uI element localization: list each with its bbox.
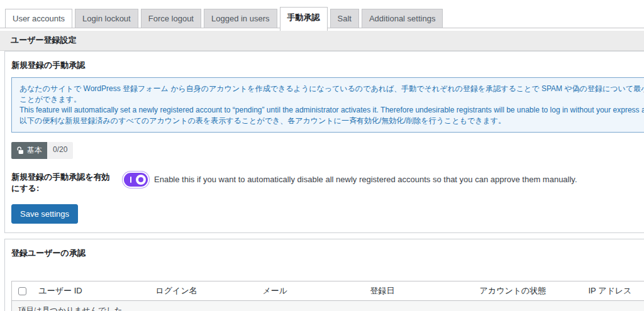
tab-salt[interactable]: Salt [330,9,359,28]
tab-user-accounts[interactable]: User accounts [5,9,72,28]
col-ip-address: IP アドレス [582,281,644,301]
empty-message: 項目は見つかりませんでした。 [12,301,644,311]
registered-users-panel: 登録ユーザーの承認 ユーザー ID ログイン名 メール 登録日 アカウントの状態… [4,239,644,311]
info-notice: あなたのサイトで WordPress 登録フォーム から自身のアカウントを作成で… [11,77,644,133]
col-user-id: ユーザー ID [33,281,150,301]
tab-force-logout[interactable]: Force logout [141,9,201,28]
save-settings-button[interactable]: Save settings [11,204,78,224]
tab-login-lockout[interactable]: Login lockout [75,9,138,28]
enable-approval-description: Enable this if you want to automatically… [154,174,577,185]
col-email: メール [257,281,364,301]
info-line-1: あなたのサイトで WordPress 登録フォーム から自身のアカウントを作成で… [19,84,644,105]
enable-approval-setting-row: 新規登録の手動承認を有効にする: Enable this if you want… [11,172,644,194]
enable-approval-label: 新規登録の手動承認を有効にする: [11,172,114,194]
tier-badge-label: 基本 [11,142,47,159]
col-account-status: アカウントの状態 [474,281,582,301]
tab-manual-approval[interactable]: 手動承認 [280,7,328,31]
col-login-name: ログイン名 [150,281,257,301]
empty-row: 項目は見つかりませんでした。 [12,301,644,311]
tier-badge-count: 0/20 [47,142,73,159]
toggle-knob [136,175,146,185]
col-register-date: 登録日 [364,281,474,301]
manual-approval-panel: 新規登録の手動承認 あなたのサイトで WordPress 登録フォーム から自身… [4,51,644,233]
toggle-on-bar [130,177,131,183]
users-table-wrap: ユーザー ID ログイン名 メール 登録日 アカウントの状態 IP アドレス 項… [11,281,644,311]
table-header-row: ユーザー ID ログイン名 メール 登録日 アカウントの状態 IP アドレス [12,281,644,301]
table-panel-title: 登録ユーザーの承認 [11,248,644,259]
info-line-2: This feature will automatically set a ne… [19,105,644,116]
tier-badge: 基本 0/20 [11,142,73,159]
enable-approval-toggle[interactable] [124,173,148,187]
tab-additional-settings[interactable]: Additional settings [362,9,443,28]
tab-logged-in-users[interactable]: Logged in users [204,9,277,28]
select-all-checkbox[interactable] [18,287,26,295]
info-line-3: 以下の便利な新規登録済みのすべてのアカウントの表を表示することができ、各アカウン… [19,116,644,126]
section-header: ユーザー登録設定 [0,31,644,51]
tab-bar: User accountsLogin lockoutForce logoutLo… [0,0,644,28]
tier-badge-text: 基本 [27,145,42,156]
panel-title: 新規登録の手動承認 [11,60,644,71]
users-table: ユーザー ID ログイン名 メール 登録日 アカウントの状態 IP アドレス 項… [11,281,644,311]
unlock-icon [16,146,24,155]
